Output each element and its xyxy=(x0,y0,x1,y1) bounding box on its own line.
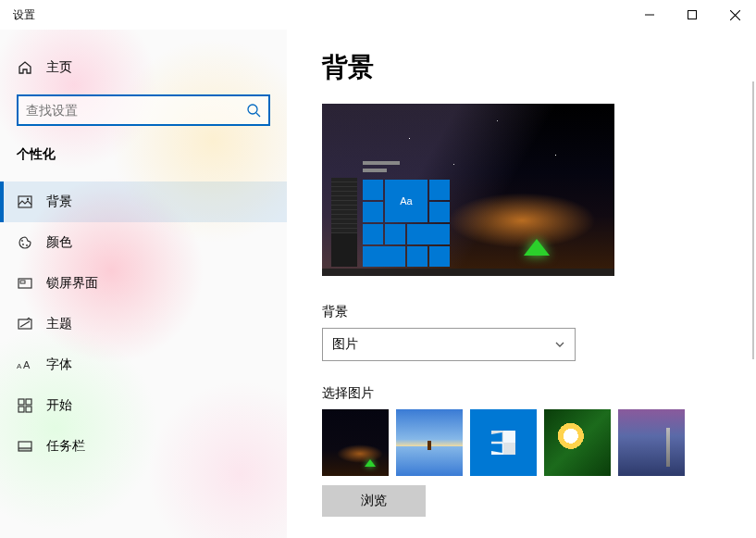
sidebar: 主页 个性化 背景 xyxy=(0,30,287,538)
nav-label: 字体 xyxy=(46,357,72,373)
browse-label: 浏览 xyxy=(361,493,387,509)
minimize-icon xyxy=(645,10,654,19)
taskbar-icon xyxy=(17,439,33,454)
home-link[interactable]: 主页 xyxy=(0,50,287,85)
nav-label: 颜色 xyxy=(46,234,72,251)
nav-item-start[interactable]: 开始 xyxy=(0,385,287,426)
search-input[interactable] xyxy=(26,103,246,118)
svg-point-6 xyxy=(26,244,28,246)
minimize-button[interactable] xyxy=(628,0,671,30)
svg-point-1 xyxy=(248,105,257,114)
desktop-preview: Aa xyxy=(322,104,614,276)
picture-thumbnails xyxy=(322,409,756,476)
chevron-down-icon xyxy=(554,339,565,350)
nav-label: 锁屏界面 xyxy=(46,275,98,292)
nav-item-background[interactable]: 背景 xyxy=(0,181,287,222)
page-heading: 背景 xyxy=(322,50,756,85)
window-controls xyxy=(628,0,756,30)
maximize-button[interactable] xyxy=(671,0,713,30)
category-label: 个性化 xyxy=(0,137,287,170)
start-icon xyxy=(17,398,33,413)
wallpaper-thumb-3[interactable] xyxy=(470,409,537,476)
svg-point-4 xyxy=(21,240,23,242)
choose-picture-label: 选择图片 xyxy=(322,385,756,402)
home-icon xyxy=(17,60,33,75)
preview-taskbar xyxy=(322,269,614,276)
nav-item-colors[interactable]: 颜色 xyxy=(0,222,287,263)
nav-label: 任务栏 xyxy=(46,438,85,455)
preview-start-tiles: Aa xyxy=(363,180,450,267)
palette-icon xyxy=(17,235,33,250)
content-pane: 背景 Aa xyxy=(287,30,756,538)
home-label: 主页 xyxy=(46,59,72,76)
wallpaper-thumb-2[interactable] xyxy=(396,409,463,476)
nav-list: 背景 颜色 锁屏界面 xyxy=(0,181,287,467)
nav-item-fonts[interactable]: AA 字体 xyxy=(0,344,287,385)
preview-start-list xyxy=(331,178,357,267)
svg-point-5 xyxy=(22,244,24,245)
svg-rect-14 xyxy=(19,407,24,412)
search-container xyxy=(17,94,270,126)
svg-rect-2 xyxy=(19,196,31,207)
nav-item-taskbar[interactable]: 任务栏 xyxy=(0,426,287,467)
theme-icon xyxy=(17,317,33,332)
svg-rect-13 xyxy=(26,399,31,405)
preview-sample-text: Aa xyxy=(385,180,428,222)
close-icon xyxy=(730,10,740,20)
font-icon: AA xyxy=(17,358,33,371)
close-button[interactable] xyxy=(713,0,756,30)
wallpaper-thumb-4[interactable] xyxy=(544,409,611,476)
svg-rect-15 xyxy=(26,407,31,412)
svg-text:A: A xyxy=(17,362,22,370)
nav-label: 主题 xyxy=(46,316,72,332)
search-box[interactable] xyxy=(17,94,270,126)
lockscreen-icon xyxy=(17,276,33,291)
window-title: 设置 xyxy=(0,7,35,23)
nav-item-lockscreen[interactable]: 锁屏界面 xyxy=(0,263,287,304)
svg-text:A: A xyxy=(23,359,31,370)
nav-item-themes[interactable]: 主题 xyxy=(0,304,287,344)
window-body: 主页 个性化 背景 xyxy=(0,30,756,538)
dropdown-value: 图片 xyxy=(332,336,358,353)
svg-rect-12 xyxy=(19,399,24,405)
picture-icon xyxy=(17,194,33,209)
titlebar: 设置 xyxy=(0,0,756,30)
nav-label: 开始 xyxy=(46,397,72,414)
browse-button[interactable]: 浏览 xyxy=(322,485,426,517)
svg-rect-8 xyxy=(20,281,25,283)
scrollbar[interactable] xyxy=(752,81,754,359)
settings-window: 设置 主页 xyxy=(0,0,756,538)
background-label: 背景 xyxy=(322,304,756,320)
wallpaper-thumb-1[interactable] xyxy=(322,409,389,476)
search-icon xyxy=(246,103,261,118)
wallpaper-thumb-5[interactable] xyxy=(618,409,685,476)
svg-point-3 xyxy=(27,198,29,200)
background-type-dropdown[interactable]: 图片 xyxy=(322,328,576,361)
svg-rect-0 xyxy=(688,11,697,19)
nav-label: 背景 xyxy=(46,194,72,210)
maximize-icon xyxy=(688,10,697,19)
